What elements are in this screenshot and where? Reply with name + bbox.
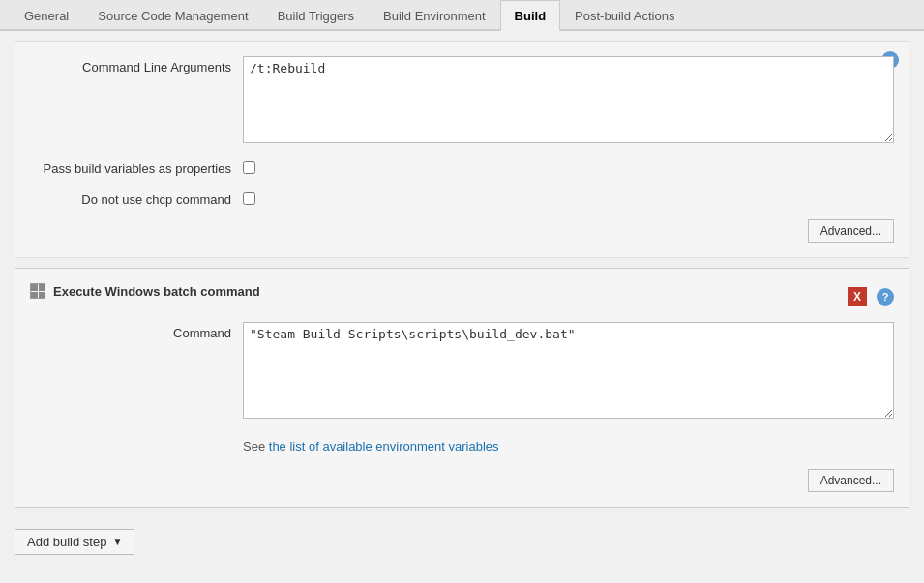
- do-not-use-chcp-checkbox[interactable]: [243, 192, 255, 205]
- section2-icon: [30, 283, 45, 299]
- batch-command-section: Execute Windows batch command X ? Comman…: [15, 268, 909, 508]
- pass-build-vars-row: Pass build variables as properties: [30, 158, 894, 177]
- pass-build-vars-wrap: [243, 158, 894, 177]
- command-line-args-row: Command Line Arguments: [30, 56, 894, 146]
- msbuild-section: ? Command Line Arguments Pass build vari…: [15, 41, 909, 258]
- see-link-row: See the list of available environment va…: [30, 433, 894, 461]
- tab-source-code[interactable]: Source Code Management: [83, 0, 262, 31]
- content-area: ? Command Line Arguments Pass build vari…: [0, 41, 924, 567]
- pass-build-vars-label: Pass build variables as properties: [30, 158, 243, 176]
- add-build-step-dropdown-arrow: ▼: [112, 537, 122, 547]
- command-row: Command: [30, 322, 894, 422]
- do-not-use-chcp-wrap: [243, 189, 894, 208]
- do-not-use-chcp-row: Do not use chcp command: [30, 189, 894, 208]
- section2-top-row: Execute Windows batch command X ?: [30, 283, 894, 310]
- command-line-args-label: Command Line Arguments: [30, 56, 243, 74]
- tab-bar: General Source Code Management Build Tri…: [0, 0, 924, 31]
- section1-advanced-button[interactable]: Advanced...: [808, 219, 894, 243]
- command-line-args-input[interactable]: [243, 56, 894, 143]
- tab-build[interactable]: Build: [500, 0, 561, 31]
- section2-title: Execute Windows batch command: [53, 284, 260, 299]
- close-section2-button[interactable]: X: [848, 287, 867, 306]
- tab-build-environment[interactable]: Build Environment: [369, 0, 500, 31]
- command-label: Command: [30, 322, 243, 340]
- do-not-use-chcp-label: Do not use chcp command: [30, 189, 243, 207]
- help-icon-section2[interactable]: ?: [877, 288, 894, 306]
- command-input[interactable]: [243, 322, 894, 419]
- section1-btn-row: Advanced...: [30, 219, 894, 243]
- section2-header: Execute Windows batch command: [30, 283, 260, 299]
- tab-general[interactable]: General: [10, 0, 83, 31]
- command-wrap: [243, 322, 894, 422]
- section2-btn-row: Advanced...: [30, 469, 894, 492]
- tab-post-build[interactable]: Post-build Actions: [560, 0, 689, 31]
- add-build-step-button[interactable]: Add build step ▼: [15, 529, 134, 555]
- environment-variables-link[interactable]: the list of available environment variab…: [269, 439, 499, 453]
- tab-build-triggers[interactable]: Build Triggers: [263, 0, 369, 31]
- command-line-args-wrap: [243, 56, 894, 146]
- pass-build-vars-checkbox[interactable]: [243, 161, 255, 174]
- section2-advanced-button[interactable]: Advanced...: [808, 469, 894, 492]
- see-text: See: [243, 439, 265, 453]
- add-build-step-label: Add build step: [27, 535, 106, 549]
